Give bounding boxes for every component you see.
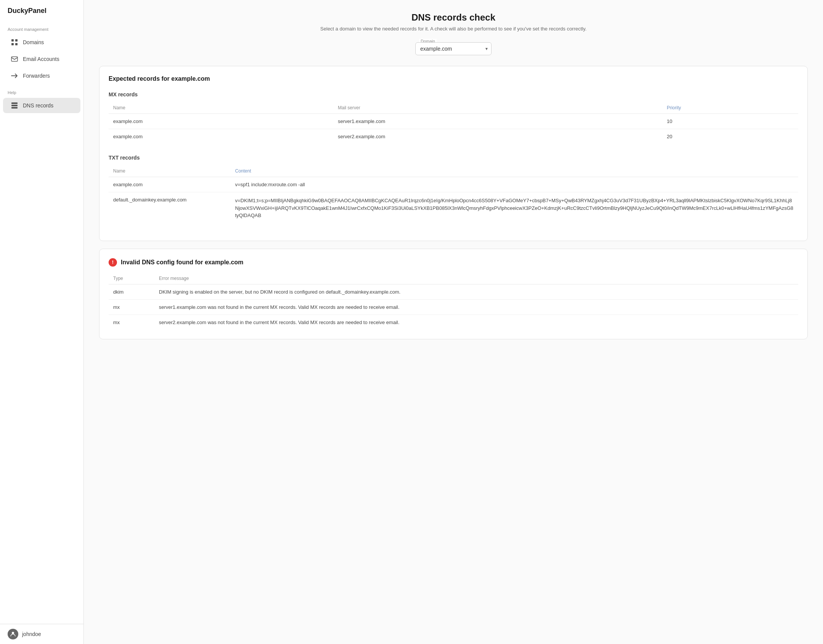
- txt-records-table: Name Content example.com v=spf1 include:…: [109, 165, 798, 224]
- txt-content-cell: v=spf1 include:mxroute.com -all: [231, 177, 798, 192]
- grid-icon: [11, 38, 18, 46]
- txt-name-cell: default._domainkey.example.com: [109, 192, 231, 224]
- invalid-dns-card: ! Invalid DNS config found for example.c…: [99, 249, 808, 339]
- mx-records-section: MX records Name Mail server Priority exa…: [109, 88, 798, 144]
- invalid-dns-title: Invalid DNS config found for example.com: [121, 259, 243, 266]
- sidebar-item-domains-label: Domains: [23, 39, 44, 45]
- svg-rect-7: [11, 107, 18, 109]
- sidebar: DuckyPanel Account management Domains Em…: [0, 0, 84, 644]
- domain-selector-container: Domain example.com ▾: [415, 42, 492, 55]
- main-content: DNS records check Select a domain to vie…: [84, 0, 823, 644]
- error-message-cell: server1.example.com was not found in the…: [154, 299, 798, 315]
- error-message-cell: DKIM signing is enabled on the server, b…: [154, 284, 798, 299]
- mx-section-title: MX records: [109, 88, 798, 97]
- sidebar-item-email-accounts[interactable]: Email Accounts: [3, 51, 80, 67]
- table-row: dkim DKIM signing is enabled on the serv…: [109, 284, 798, 299]
- mx-records-table: Name Mail server Priority example.com se…: [109, 102, 798, 144]
- mx-priority-cell: 20: [662, 129, 798, 144]
- mx-col-name: Name: [109, 102, 333, 114]
- error-col-message: Error message: [154, 273, 798, 284]
- page-subtitle: Select a domain to view the needed recor…: [99, 26, 808, 32]
- txt-content-cell: v=DKIM1;t=s;p=MIIBIjANBgkqhkiG9w0BAQEFAA…: [231, 192, 798, 224]
- svg-rect-0: [11, 39, 14, 42]
- error-type-cell: mx: [109, 299, 154, 315]
- sidebar-item-dns-records-label: DNS records: [23, 102, 53, 109]
- table-row: mx server2.example.com was not found in …: [109, 315, 798, 330]
- table-row: example.com server2.example.com 20: [109, 129, 798, 144]
- svg-rect-2: [11, 43, 14, 45]
- table-row: example.com server1.example.com 10: [109, 114, 798, 129]
- expected-records-title: Expected records for example.com: [109, 75, 798, 82]
- error-type-cell: mx: [109, 315, 154, 330]
- domain-select[interactable]: example.com: [415, 42, 492, 55]
- forward-icon: [11, 72, 18, 80]
- sidebar-item-forwarders-label: Forwarders: [23, 73, 50, 79]
- error-type-cell: dkim: [109, 284, 154, 299]
- sidebar-item-domains[interactable]: Domains: [3, 35, 80, 50]
- mx-name-cell: example.com: [109, 114, 333, 129]
- txt-col-name: Name: [109, 165, 231, 177]
- account-management-label: Account management: [0, 21, 83, 34]
- mx-name-cell: example.com: [109, 129, 333, 144]
- txt-records-section: TXT records Name Content example.com v=s…: [109, 152, 798, 224]
- svg-rect-4: [11, 57, 18, 61]
- svg-rect-3: [15, 43, 18, 45]
- app-logo: DuckyPanel: [0, 0, 83, 21]
- sidebar-item-forwarders[interactable]: Forwarders: [3, 68, 80, 83]
- username-label: johndoe: [22, 631, 41, 637]
- mx-mailserver-cell: server2.example.com: [333, 129, 662, 144]
- mx-col-mailserver: Mail server: [333, 102, 662, 114]
- sidebar-item-dns-records[interactable]: DNS records: [3, 98, 80, 113]
- page-title: DNS records check: [99, 12, 808, 23]
- txt-col-content: Content: [231, 165, 798, 177]
- user-avatar: [8, 629, 18, 639]
- table-row: example.com v=spf1 include:mxroute.com -…: [109, 177, 798, 192]
- mx-col-priority: Priority: [662, 102, 798, 114]
- mx-mailserver-cell: server1.example.com: [333, 114, 662, 129]
- svg-rect-5: [11, 102, 18, 104]
- mx-priority-cell: 10: [662, 114, 798, 129]
- svg-rect-1: [15, 39, 18, 42]
- expected-records-card: Expected records for example.com MX reco…: [99, 66, 808, 241]
- error-col-type: Type: [109, 273, 154, 284]
- table-row: default._domainkey.example.com v=DKIM1;t…: [109, 192, 798, 224]
- domain-selector-wrap: Domain example.com ▾: [99, 42, 808, 55]
- svg-rect-6: [11, 105, 18, 106]
- error-icon: !: [109, 258, 117, 267]
- svg-point-8: [12, 632, 14, 634]
- mail-icon: [11, 55, 18, 63]
- txt-section-title: TXT records: [109, 152, 798, 161]
- txt-name-cell: example.com: [109, 177, 231, 192]
- dns-icon: [11, 102, 18, 109]
- table-row: mx server1.example.com was not found in …: [109, 299, 798, 315]
- error-message-cell: server2.example.com was not found in the…: [154, 315, 798, 330]
- error-table: Type Error message dkim DKIM signing is …: [109, 273, 798, 330]
- page-header: DNS records check Select a domain to vie…: [99, 12, 808, 32]
- error-header: ! Invalid DNS config found for example.c…: [109, 258, 798, 267]
- sidebar-item-email-accounts-label: Email Accounts: [23, 56, 59, 62]
- user-section: johndoe: [0, 624, 83, 644]
- help-label: Help: [0, 84, 83, 97]
